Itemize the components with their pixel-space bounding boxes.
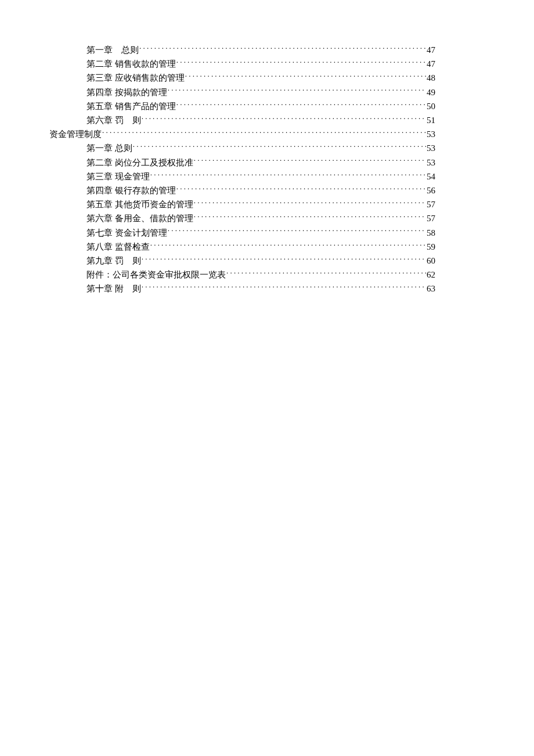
table-of-contents: 第一章 总则47第二章 销售收款的管理47第三章 应收销售款的管理48第四章 按…	[49, 43, 435, 296]
toc-entry: 第四章 按揭款的管理49	[49, 85, 435, 99]
toc-entry-page: 63	[427, 282, 435, 296]
toc-entry-label: 第七章 资金计划管理	[86, 226, 167, 240]
toc-leader-dots	[176, 100, 426, 109]
toc-leader-dots	[226, 269, 426, 278]
toc-entry-label: 资金管理制度	[49, 127, 102, 141]
toc-entry-page: 50	[427, 99, 435, 113]
toc-entry-page: 47	[427, 43, 435, 57]
toc-entry: 第三章 现金管理54	[49, 170, 435, 183]
toc-leader-dots	[185, 72, 426, 81]
toc-entry: 第五章 其他货币资金的管理57	[49, 197, 435, 211]
toc-entry-label: 第三章 现金管理	[86, 170, 150, 183]
toc-entry-label: 第一章 总则	[86, 141, 132, 155]
toc-entry: 第六章 备用金、借款的管理57	[49, 211, 435, 225]
toc-entry: 第二章 岗位分工及授权批准53	[49, 156, 435, 170]
toc-entry: 第一章 总则47	[49, 43, 435, 57]
toc-entry: 第六章 罚 则51	[49, 113, 435, 127]
toc-leader-dots	[133, 142, 426, 151]
toc-entry-page: 53	[427, 156, 435, 170]
toc-entry-page: 54	[427, 170, 435, 183]
toc-entry-page: 47	[427, 57, 435, 71]
toc-entry-page: 60	[427, 254, 435, 268]
toc-entry: 第九章 罚 则60	[49, 254, 435, 268]
toc-leader-dots	[176, 58, 426, 67]
toc-entry: 第三章 应收销售款的管理48	[49, 71, 435, 85]
toc-entry-label: 第六章 备用金、借款的管理	[86, 211, 193, 225]
toc-leader-dots	[168, 87, 426, 95]
toc-leader-dots	[168, 227, 426, 236]
toc-entry-label: 第六章 罚 则	[86, 113, 141, 127]
toc-leader-dots	[194, 213, 426, 221]
toc-entry-page: 53	[427, 141, 435, 155]
toc-leader-dots	[139, 44, 426, 53]
toc-leader-dots	[176, 185, 426, 193]
toc-entry-label: 第十章 附 则	[86, 282, 141, 296]
toc-entry-label: 第五章 销售产品的管理	[86, 99, 176, 113]
toc-entry-page: 58	[427, 226, 435, 240]
toc-leader-dots	[142, 255, 426, 264]
toc-entry: 第四章 银行存款的管理56	[49, 183, 435, 197]
toc-entry-page: 51	[427, 113, 435, 127]
toc-leader-dots	[194, 157, 426, 165]
toc-entry-label: 第八章 监督检查	[86, 240, 150, 254]
toc-entry: 第二章 销售收款的管理47	[49, 57, 435, 71]
toc-leader-dots	[142, 114, 426, 123]
toc-leader-dots	[142, 283, 426, 291]
toc-entry-label: 第九章 罚 则	[86, 254, 141, 268]
toc-leader-dots	[194, 199, 426, 207]
toc-leader-dots	[150, 241, 426, 250]
toc-entry: 第一章 总则53	[49, 141, 435, 155]
toc-entry-page: 57	[427, 197, 435, 211]
toc-leader-dots	[102, 128, 426, 137]
toc-entry-label: 附件：公司各类资金审批权限一览表	[86, 268, 226, 282]
toc-entry-page: 49	[427, 85, 435, 99]
toc-entry: 第十章 附 则63	[49, 282, 435, 296]
toc-entry-label: 第二章 岗位分工及授权批准	[86, 156, 193, 170]
toc-entry-page: 53	[427, 127, 435, 141]
toc-entry-page: 62	[427, 268, 435, 282]
toc-leader-dots	[150, 171, 426, 179]
toc-entry: 第七章 资金计划管理58	[49, 226, 435, 240]
toc-entry-label: 第四章 按揭款的管理	[86, 85, 167, 99]
toc-entry: 第八章 监督检查59	[49, 240, 435, 254]
toc-entry-label: 第三章 应收销售款的管理	[86, 71, 185, 85]
toc-entry: 附件：公司各类资金审批权限一览表62	[49, 268, 435, 282]
toc-entry-label: 第一章 总则	[86, 43, 139, 57]
toc-entry-label: 第四章 银行存款的管理	[86, 183, 176, 197]
toc-entry: 资金管理制度53	[49, 127, 435, 141]
toc-entry-page: 59	[427, 240, 435, 254]
toc-entry: 第五章 销售产品的管理50	[49, 99, 435, 113]
toc-entry-page: 48	[427, 71, 435, 85]
toc-entry-label: 第五章 其他货币资金的管理	[86, 197, 193, 211]
toc-entry-label: 第二章 销售收款的管理	[86, 57, 176, 71]
toc-entry-page: 57	[427, 211, 435, 225]
toc-entry-page: 56	[427, 183, 435, 197]
